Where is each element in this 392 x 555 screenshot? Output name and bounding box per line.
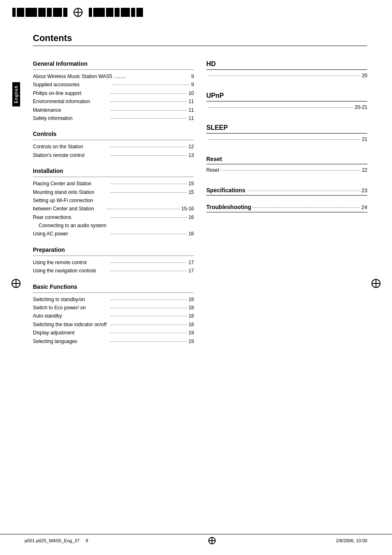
- toc-page-num: 24: [362, 204, 367, 210]
- toc-entry-text: Switching the blue indicator on/off: [33, 320, 109, 329]
- toc-entry: Connecting to an audio system: [33, 221, 194, 230]
- toc-entry-text: Philips on-line support: [33, 89, 109, 97]
- toc-entry: Setting up Wi-Fi connection: [33, 196, 194, 205]
- toc-dots: [111, 192, 187, 193]
- toc-page-num: 19: [189, 337, 194, 345]
- troubleshooting-row: Troubleshooting 24: [206, 204, 367, 212]
- section-rule: [33, 292, 194, 293]
- footer-right: 2/8/2006, 10:00: [336, 538, 367, 543]
- toc-dots: [111, 147, 187, 147]
- section-rule: [33, 177, 194, 177]
- footer-crosshair-icon: [208, 537, 216, 544]
- bar-block: [93, 8, 105, 17]
- two-column-layout: General Information About Wireless Music…: [33, 52, 367, 345]
- left-crosshair-icon: [12, 279, 21, 288]
- bar-block: [106, 8, 113, 17]
- toc-entry-text: Reset: [206, 166, 219, 174]
- toc-entry: Supplied accessories 9: [33, 81, 194, 89]
- toc-page-num: 10: [189, 89, 194, 97]
- toc-entry-text: Maintenance: [33, 106, 109, 114]
- toc-page-num: 11: [189, 106, 194, 114]
- toc-page-num: 22: [362, 166, 367, 174]
- bar-block: [53, 8, 62, 17]
- section-heading-installation: Installation: [33, 168, 194, 174]
- toc-entry-text: Supplied accessories: [33, 81, 111, 89]
- toc-dots: [111, 110, 187, 111]
- toc-entry-text: Switching to standby/on: [33, 295, 109, 304]
- toc-entry: Controls on the Station 12: [33, 143, 194, 151]
- left-column: General Information About Wireless Music…: [33, 52, 194, 345]
- footer-left: p001-p025_WAS5_Eng_37 8: [25, 538, 88, 543]
- toc-entry: Using the navigation controls 17: [33, 267, 194, 275]
- footer-filename: p001-p025_WAS5_Eng_37: [25, 538, 80, 543]
- page-title: Contents: [33, 33, 367, 46]
- toc-dots: [111, 217, 187, 218]
- toc-page-num: 23: [362, 187, 367, 193]
- toc-page-num: 11: [189, 97, 194, 106]
- toc-entry: About Wireless Music Station WAS5 ......…: [33, 72, 194, 81]
- toc-page-num: 15: [189, 180, 194, 188]
- toc-entry: Auto-standby 18: [33, 312, 194, 320]
- specifications-row: Specifications 23: [206, 187, 367, 195]
- toc-entry: Rear connections 16: [33, 213, 194, 221]
- toc-entry: Selecting languages 19: [33, 337, 194, 345]
- section-rule: [33, 69, 194, 70]
- toc-entry-text: Selecting languages: [33, 337, 109, 345]
- toc-dots: [111, 316, 187, 316]
- toc-dots: [111, 271, 187, 271]
- toc-dots: [111, 263, 187, 263]
- toc-dots: [221, 170, 360, 170]
- section-rule-hd: [206, 69, 367, 70]
- header-bar: [0, 0, 392, 25]
- toc-page-num: 16: [189, 213, 194, 221]
- bar-block: [63, 8, 67, 17]
- bar-block: [12, 8, 16, 17]
- section-rule: [33, 140, 194, 140]
- toc-page-num: 11: [189, 114, 194, 122]
- bar-block: [131, 8, 135, 17]
- toc-page-num: 18: [189, 320, 194, 329]
- toc-entry-hd: 20: [206, 71, 367, 80]
- bar-block: [89, 8, 92, 17]
- bar-block: [115, 8, 120, 17]
- toc-dots: [111, 325, 187, 325]
- bar-block: [121, 8, 130, 17]
- toc-dots: [208, 139, 360, 140]
- toc-page-num: 18: [189, 304, 194, 312]
- toc-page-num: 9: [191, 72, 194, 81]
- toc-entry-text: Using the remote control: [33, 258, 109, 267]
- toc-page-num: 15-16: [181, 205, 194, 213]
- toc-page-num: 18: [189, 295, 194, 304]
- toc-page-num: 19: [189, 329, 194, 337]
- section-heading-basic: Basic Functions: [33, 283, 194, 290]
- toc-entry-sleep: 21: [206, 135, 367, 143]
- toc-entry-text: Auto-standby: [33, 312, 109, 320]
- toc-entry-text: Mounting stand onto Station: [33, 188, 109, 196]
- toc-entry-text: Switch to Eco power/ on: [33, 304, 109, 312]
- toc-entry-upnp: 20-21: [206, 103, 367, 111]
- toc-entry-text: Safety information: [33, 114, 109, 122]
- section-heading-troubleshooting: Troubleshooting: [206, 204, 251, 210]
- toc-entry: Environmental information 11: [33, 97, 194, 106]
- section-heading-hd: HD: [206, 60, 367, 68]
- bar-block: [17, 8, 24, 17]
- toc-entry-reset: Reset 22: [206, 166, 367, 174]
- toc-page-num: 9: [191, 81, 194, 89]
- toc-entry: Maintenance 11: [33, 106, 194, 114]
- toc-dots: [111, 184, 187, 184]
- crosshair-container: [67, 8, 89, 17]
- toc-dots: [253, 207, 360, 208]
- section-rule-upnp: [206, 101, 367, 101]
- bar-block: [25, 8, 37, 17]
- toc-entry: Using the remote control 17: [33, 258, 194, 267]
- right-bar-segment: [89, 8, 143, 17]
- section-heading-specifications: Specifications: [206, 187, 245, 193]
- toc-dots: [247, 191, 360, 191]
- left-crosshair-decoration: [12, 279, 21, 288]
- toc-dots: [111, 341, 187, 342]
- crosshair-icon: [74, 8, 83, 17]
- toc-page-num: 17: [189, 258, 194, 267]
- right-column: HD 20 UPnP 20-21 SLEEP 21 Reset: [206, 52, 367, 345]
- toc-entry: Philips on-line support 10: [33, 89, 194, 97]
- toc-entry-text: About Wireless Music Station WAS5 ......…: [33, 72, 191, 81]
